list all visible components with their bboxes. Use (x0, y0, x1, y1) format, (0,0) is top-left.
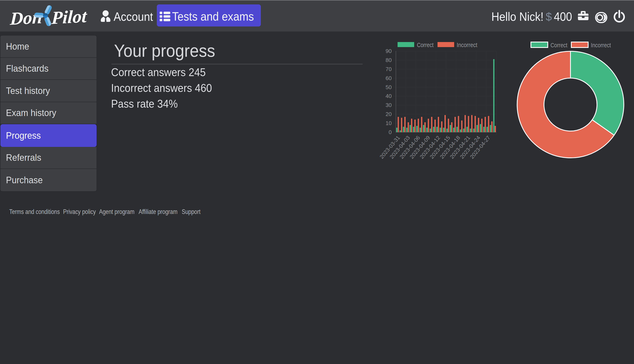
svg-text:Incorrect: Incorrect (591, 42, 611, 48)
svg-text:Correct: Correct (417, 42, 434, 48)
svg-text:50: 50 (386, 84, 392, 90)
svg-text:80: 80 (386, 57, 392, 63)
svg-text:70: 70 (386, 66, 392, 72)
svg-text:60: 60 (386, 75, 392, 81)
svg-text:30: 30 (386, 102, 392, 108)
svg-text:0: 0 (389, 129, 392, 135)
svg-text:10: 10 (386, 120, 392, 126)
svg-text:90: 90 (386, 48, 392, 54)
svg-text:20: 20 (386, 111, 392, 117)
svg-text:40: 40 (386, 93, 392, 99)
svg-text:Incorrect: Incorrect (457, 42, 477, 48)
svg-text:Correct: Correct (550, 42, 567, 48)
